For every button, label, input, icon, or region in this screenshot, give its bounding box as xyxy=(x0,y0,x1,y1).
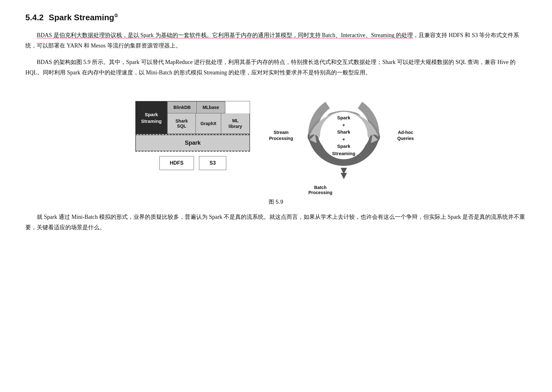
arch-right-stack: BlinkDB MLbase SharkSQL GraphX MLlibrary xyxy=(167,101,250,134)
underline-text-1: BDAS 是伯克利大数据处理协议栈，是以 Spark 为基础的一套软件栈。它利用… xyxy=(37,32,413,38)
arch-bottom: HDFS S3 xyxy=(159,156,226,170)
paragraph-1: BDAS 是伯克利大数据处理协议栈，是以 Spark 为基础的一套软件栈。它利用… xyxy=(25,30,527,51)
cycle-diagram: Spark+Shark+SparkStreaming xyxy=(296,88,391,183)
ad-hoc-queries-label: Ad-hocQueries xyxy=(395,130,417,142)
batch-processing-label: BatchProcessing xyxy=(114,185,527,195)
arch-right-top: BlinkDB MLbase xyxy=(167,101,250,113)
architecture-diagram: SparkStraming BlinkDB MLbase SharkSQL Gr… xyxy=(135,101,250,170)
cycle-wrapper: StreamProcessing xyxy=(269,88,416,183)
s3-box: S3 xyxy=(199,156,226,170)
arch-mid-section: Spark xyxy=(135,135,250,151)
spark-straming-box: SparkStraming xyxy=(136,101,167,134)
paragraph-3: 就 Spark 通过 Mini-Batch 模拟的形式，业界的质疑比较多，普遍认… xyxy=(25,212,527,233)
shark-sql-box: SharkSQL xyxy=(167,113,196,134)
section-name: Spark Streaming① xyxy=(49,13,119,22)
section-number: 5.4.2 xyxy=(25,13,44,22)
page-content: 5.4.2 Spark Streaming① BDAS 是伯克利大数据处理协议栈… xyxy=(25,13,527,233)
dashed-separator-bottom xyxy=(135,151,250,152)
cycle-center-label: Spark+Shark+SparkStreaming xyxy=(332,114,355,157)
svg-marker-9 xyxy=(341,168,347,174)
blinkdb-box: BlinkDB xyxy=(167,101,196,113)
arch-right-bottom: SharkSQL GraphX MLlibrary xyxy=(167,113,250,134)
stream-processing-label: StreamProcessing xyxy=(269,130,293,142)
spark-middle-box: Spark xyxy=(136,135,250,151)
section-title: 5.4.2 Spark Streaming① xyxy=(25,13,527,22)
mlbase-box: MLbase xyxy=(197,101,225,113)
paragraph-2: BDAS 的架构如图 5.9 所示。其中，Spark 可以替代 MapReduc… xyxy=(25,57,527,78)
figure-caption: 图 5.9 xyxy=(25,198,527,205)
graphx-box: GraphX xyxy=(196,113,221,134)
hdfs-box: HDFS xyxy=(159,156,194,170)
ml-library-box: MLlibrary xyxy=(221,113,250,134)
arch-top-section: SparkStraming BlinkDB MLbase SharkSQL Gr… xyxy=(135,101,250,134)
figure-59: SparkStraming BlinkDB MLbase SharkSQL Gr… xyxy=(25,88,527,183)
